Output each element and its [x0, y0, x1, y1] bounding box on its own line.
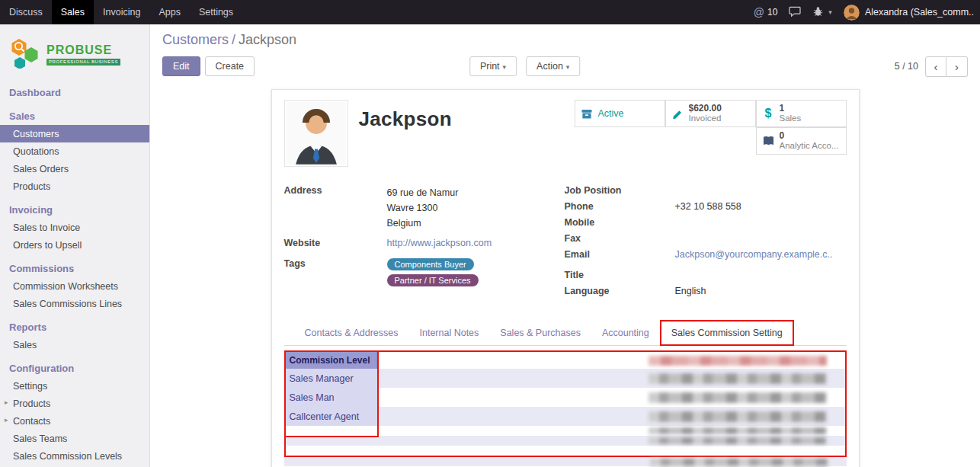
- expand-arrow-icon: ▸: [5, 398, 8, 406]
- pager-previous-button[interactable]: ‹: [925, 56, 946, 77]
- stat-active-button[interactable]: Active: [575, 100, 665, 127]
- sidebar-item-label: Products: [13, 398, 50, 409]
- sidebar-item-sales-commission-levels[interactable]: Sales Commission Levels: [0, 447, 149, 465]
- sidebar-section-invoicing[interactable]: Invoicing: [0, 200, 149, 219]
- notebook-tabs: Contacts & Addresses Internal Notes Sale…: [284, 320, 847, 346]
- fax-label: Fax: [565, 233, 675, 247]
- control-panel: Customers/Jackpson Edit Create Print▾ Ac…: [150, 24, 980, 78]
- address-line3: Belgium: [387, 216, 459, 231]
- sidebar-item-reports-sales[interactable]: Sales: [0, 336, 149, 353]
- sidebar-item-settings[interactable]: Settings: [0, 377, 149, 395]
- sidebar: PROBUSE PROFESSIONAL BUSINESS Dashboard …: [0, 24, 150, 467]
- sidebar-item-sales-orders[interactable]: Sales Orders: [0, 160, 149, 178]
- table-empty-row: [284, 457, 847, 466]
- redacted-cell-value: [649, 427, 827, 434]
- sidebar-section-configuration[interactable]: Configuration: [0, 358, 149, 377]
- breadcrumb: Customers/Jackpson: [162, 32, 968, 48]
- table-row-callcenter-agent[interactable]: Callcenter Agent: [286, 407, 845, 426]
- probuse-logo: PROBUSE PROFESSIONAL BUSINESS: [0, 24, 149, 82]
- language-label: Language: [565, 286, 675, 299]
- chat-icon: [789, 6, 801, 19]
- website-label: Website: [284, 238, 387, 251]
- redacted-cell-value: [649, 392, 827, 403]
- chevron-down-icon: ▾: [503, 63, 507, 71]
- action-label: Action: [536, 61, 563, 72]
- sidebar-item-commission-worksheets[interactable]: Commission Worksheets: [0, 277, 149, 295]
- sidebar-item-customers[interactable]: Customers: [0, 125, 149, 142]
- logo-tagline: PROFESSIONAL BUSINESS: [46, 59, 120, 66]
- redacted-cell-value: [649, 411, 827, 422]
- sidebar-item-products[interactable]: Products: [0, 178, 149, 195]
- tab-accounting[interactable]: Accounting: [591, 321, 660, 345]
- pager-value: 5 / 10: [895, 61, 918, 72]
- customer-photo[interactable]: [284, 100, 348, 167]
- tags-value: Components Buyer Partner / IT Services: [387, 258, 524, 290]
- breadcrumb-customers-link[interactable]: Customers: [162, 32, 229, 47]
- sheet-header: Jackpson Active $620.00 Invoiced: [284, 100, 847, 167]
- menu-apps[interactable]: Apps: [149, 0, 190, 24]
- sidebar-section-sales[interactable]: Sales: [0, 106, 149, 125]
- table-header-row: Commission Level: [286, 352, 845, 369]
- mentions-button[interactable]: @ 10: [754, 6, 778, 18]
- mention-count: 10: [767, 7, 777, 18]
- debug-menu-button[interactable]: ▾: [812, 6, 832, 19]
- user-name: Alexandra (Sales_comm..: [865, 7, 974, 18]
- breadcrumb-separator: /: [232, 32, 235, 47]
- stat-analytic-button[interactable]: 0 Analytic Acco...: [756, 127, 847, 155]
- redacted-cell-value: [649, 437, 827, 444]
- probuse-logo-icon: [9, 37, 41, 72]
- table-empty-row: [286, 426, 845, 436]
- create-button[interactable]: Create: [205, 56, 255, 76]
- sidebar-item-dashboard[interactable]: Dashboard: [0, 82, 149, 101]
- menu-invoicing[interactable]: Invoicing: [94, 0, 149, 24]
- print-label: Print: [480, 61, 500, 72]
- tab-contacts-addresses[interactable]: Contacts & Addresses: [294, 321, 409, 345]
- tab-internal-notes[interactable]: Internal Notes: [408, 321, 489, 345]
- email-link[interactable]: Jackpson@yourcompany.example.c..: [675, 249, 833, 263]
- website-link[interactable]: http://www.jackpson.com: [387, 238, 492, 251]
- stat-sales-button[interactable]: $ 1 Sales: [756, 100, 847, 127]
- stat-active-label: Active: [598, 108, 624, 119]
- edit-button[interactable]: Edit: [162, 56, 200, 76]
- breadcrumb-current: Jackpson: [239, 32, 296, 47]
- dollar-icon: $: [762, 107, 775, 120]
- customer-photo-image: [287, 102, 346, 165]
- sidebar-item-orders-to-upsell[interactable]: Orders to Upsell: [0, 236, 149, 254]
- sidebar-item-config-contacts[interactable]: ▸Contacts: [0, 412, 149, 430]
- expand-arrow-icon: ▸: [5, 416, 8, 424]
- address-value: 69 rue de Namur Wavre 1300 Belgium: [387, 185, 459, 231]
- app-menu: Discuss Sales Invoicing Apps Settings: [0, 0, 242, 24]
- sidebar-item-sales-teams[interactable]: Sales Teams: [0, 430, 149, 447]
- tab-sales-purchases[interactable]: Sales & Purchases: [489, 321, 591, 345]
- user-avatar: [844, 5, 860, 21]
- mention-icon: @: [754, 6, 764, 18]
- sidebar-item-config-products[interactable]: ▸Products: [0, 395, 149, 412]
- sidebar-item-sales-commissions-lines[interactable]: Sales Commissions Lines: [0, 295, 149, 312]
- print-dropdown[interactable]: Print▾: [469, 56, 517, 76]
- sidebar-section-commissions[interactable]: Commissions: [0, 258, 149, 277]
- redacted-cell-value: [650, 459, 828, 465]
- user-menu[interactable]: Alexandra (Sales_comm..: [844, 5, 974, 21]
- menu-sales[interactable]: Sales: [52, 0, 94, 24]
- address-label: Address: [284, 185, 387, 231]
- tag-components-buyer: Components Buyer: [387, 258, 474, 270]
- pager-next-button[interactable]: ›: [946, 56, 968, 77]
- sidebar-item-quotations[interactable]: Quotations: [0, 142, 149, 160]
- sidebar-section-reports[interactable]: Reports: [0, 317, 149, 336]
- sidebar-item-sales-to-invoice[interactable]: Sales to Invoice: [0, 219, 149, 236]
- record-name: Jackpson: [359, 107, 452, 131]
- phone-value: +32 10 588 558: [675, 201, 741, 215]
- messages-button[interactable]: [789, 6, 801, 19]
- phone-label: Phone: [565, 201, 675, 215]
- field-group: Address 69 rue de Namur Wavre 1300 Belgi…: [284, 185, 847, 302]
- menu-settings[interactable]: Settings: [190, 0, 242, 24]
- stat-invoiced-button[interactable]: $620.00 Invoiced: [665, 100, 756, 127]
- tab-sales-commission-setting[interactable]: Sales Commission Setting: [661, 321, 793, 344]
- menu-discuss[interactable]: Discuss: [0, 0, 52, 24]
- table-row-sales-manager[interactable]: Sales Manager: [286, 369, 845, 388]
- topbar: Discuss Sales Invoicing Apps Settings @ …: [0, 0, 980, 24]
- table-row-sales-man[interactable]: Sales Man: [286, 388, 845, 407]
- tags-label: Tags: [284, 258, 387, 290]
- column-header-commission-level[interactable]: Commission Level: [286, 352, 377, 369]
- action-dropdown[interactable]: Action▾: [526, 56, 580, 76]
